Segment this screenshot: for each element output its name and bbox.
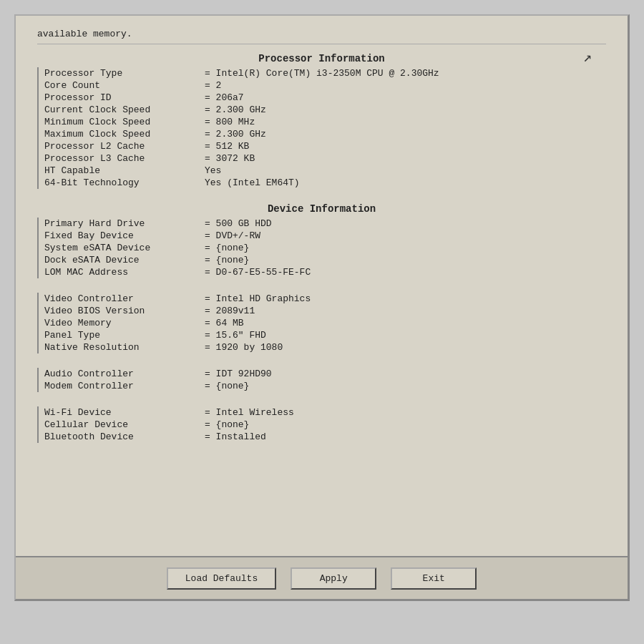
table-row: Audio Controller= IDT 92HD90 (44, 368, 606, 380)
table-row: Video Controller= Intel HD Graphics (44, 293, 606, 305)
row-value: = 1920 by 1080 (202, 341, 606, 353)
table-row: LOM MAC Address= D0-67-E5-55-FE-FC (44, 266, 606, 278)
table-row: 64-Bit TechnologyYes (Intel EM64T) (44, 177, 606, 189)
row-label: Bluetooth Device (44, 431, 202, 443)
device-section: Primary Hard Drive= 500 GB HDDFixed Bay … (37, 218, 606, 278)
table-row: Processor ID= 206a7 (44, 92, 606, 104)
table-row: System eSATA Device= {none} (44, 242, 606, 254)
row-value: = 2.300 GHz (202, 128, 606, 140)
processor-section-title: Processor Information (37, 53, 606, 64)
row-value: = Intel HD Graphics (202, 293, 606, 305)
row-value: = D0-67-E5-55-FE-FC (202, 266, 606, 278)
row-value: = {none} (202, 254, 606, 266)
row-value: = DVD+/-RW (202, 230, 606, 242)
table-row: Video Memory= 64 MB (44, 317, 606, 329)
row-label: Video Memory (44, 317, 202, 329)
row-label: Processor L2 Cache (44, 140, 202, 152)
row-value: Yes (202, 165, 606, 177)
video-table: Video Controller= Intel HD GraphicsVideo… (44, 293, 606, 353)
table-row: Processor L2 Cache= 512 KB (44, 140, 606, 152)
row-label: Cellular Device (44, 419, 202, 431)
row-label: Panel Type (44, 329, 202, 341)
row-label: Video Controller (44, 293, 202, 305)
cursor: ↗ (583, 48, 592, 66)
row-label: Video BIOS Version (44, 305, 202, 317)
row-label: Core Count (44, 79, 202, 92)
table-row: Current Clock Speed= 2.300 GHz (44, 104, 606, 116)
row-label: Audio Controller (44, 368, 202, 380)
bios-screen: ↗ available memory. Processor Informatio… (14, 14, 630, 601)
apply-button[interactable]: Apply (291, 567, 376, 590)
table-row: Bluetooth Device= Installed (44, 431, 606, 443)
row-label: Native Resolution (44, 341, 202, 353)
row-label: 64-Bit Technology (44, 177, 202, 189)
row-label: System eSATA Device (44, 242, 202, 254)
row-value: = Intel(R) Core(TM) i3-2350M CPU @ 2.30G… (202, 67, 606, 79)
row-label: HT Capable (44, 165, 202, 177)
table-row: Native Resolution= 1920 by 1080 (44, 341, 606, 353)
row-value: = 3072 KB (202, 152, 606, 165)
row-label: Processor Type (44, 67, 202, 79)
row-label: Maximum Clock Speed (44, 128, 202, 140)
row-label: Modem Controller (44, 380, 202, 392)
row-value: = Intel Wireless (202, 406, 606, 419)
processor-section: Processor Type= Intel(R) Core(TM) i3-235… (37, 67, 606, 189)
row-value: = 2.300 GHz (202, 104, 606, 116)
bottom-bar: Load Defaults Apply Exit (16, 556, 628, 599)
table-row: Modem Controller= {none} (44, 380, 606, 392)
table-row: Processor L3 Cache= 3072 KB (44, 152, 606, 165)
row-value: = {none} (202, 419, 606, 431)
table-row: Fixed Bay Device= DVD+/-RW (44, 230, 606, 242)
row-value: = 15.6" FHD (202, 329, 606, 341)
row-label: Current Clock Speed (44, 104, 202, 116)
video-section: Video Controller= Intel HD GraphicsVideo… (37, 293, 606, 353)
row-label: Minimum Clock Speed (44, 116, 202, 128)
table-row: Maximum Clock Speed= 2.300 GHz (44, 128, 606, 140)
table-row: Panel Type= 15.6" FHD (44, 329, 606, 341)
row-label: Processor L3 Cache (44, 152, 202, 165)
row-value: = 500 GB HDD (202, 218, 606, 230)
row-label: Dock eSATA Device (44, 254, 202, 266)
processor-table: Processor Type= Intel(R) Core(TM) i3-235… (44, 67, 606, 189)
wireless-section: Wi-Fi Device= Intel WirelessCellular Dev… (37, 406, 606, 443)
table-row: Primary Hard Drive= 500 GB HDD (44, 218, 606, 230)
content-area: available memory. Processor Information … (16, 16, 628, 456)
wireless-table: Wi-Fi Device= Intel WirelessCellular Dev… (44, 406, 606, 443)
load-defaults-button[interactable]: Load Defaults (167, 567, 276, 590)
row-label: Wi-Fi Device (44, 406, 202, 419)
row-value: = {none} (202, 242, 606, 254)
audio-table: Audio Controller= IDT 92HD90Modem Contro… (44, 368, 606, 392)
table-row: Video BIOS Version= 2089v11 (44, 305, 606, 317)
table-row: Minimum Clock Speed= 800 MHz (44, 116, 606, 128)
row-label: Fixed Bay Device (44, 230, 202, 242)
table-row: Cellular Device= {none} (44, 419, 606, 431)
row-label: Primary Hard Drive (44, 218, 202, 230)
audio-section: Audio Controller= IDT 92HD90Modem Contro… (37, 368, 606, 392)
device-section-title: Device Information (37, 203, 606, 215)
row-value: = {none} (202, 380, 606, 392)
row-value: = 64 MB (202, 317, 606, 329)
row-label: Processor ID (44, 92, 202, 104)
mouse-cursor: ↗ (583, 49, 592, 66)
top-note: available memory. (37, 23, 606, 44)
exit-button[interactable]: Exit (391, 567, 477, 590)
row-value: = IDT 92HD90 (202, 368, 606, 380)
table-row: HT CapableYes (44, 165, 606, 177)
row-value: = 2089v11 (202, 305, 606, 317)
row-value: Yes (Intel EM64T) (202, 177, 606, 189)
device-table: Primary Hard Drive= 500 GB HDDFixed Bay … (44, 218, 606, 278)
row-value: = 512 KB (202, 140, 606, 152)
table-row: Core Count= 2 (44, 79, 606, 92)
table-row: Wi-Fi Device= Intel Wireless (44, 406, 606, 419)
row-label: LOM MAC Address (44, 266, 202, 278)
row-value: = 2 (202, 79, 606, 92)
row-value: = Installed (202, 431, 606, 443)
table-row: Dock eSATA Device= {none} (44, 254, 606, 266)
table-row: Processor Type= Intel(R) Core(TM) i3-235… (44, 67, 606, 79)
row-value: = 206a7 (202, 92, 606, 104)
row-value: = 800 MHz (202, 116, 606, 128)
